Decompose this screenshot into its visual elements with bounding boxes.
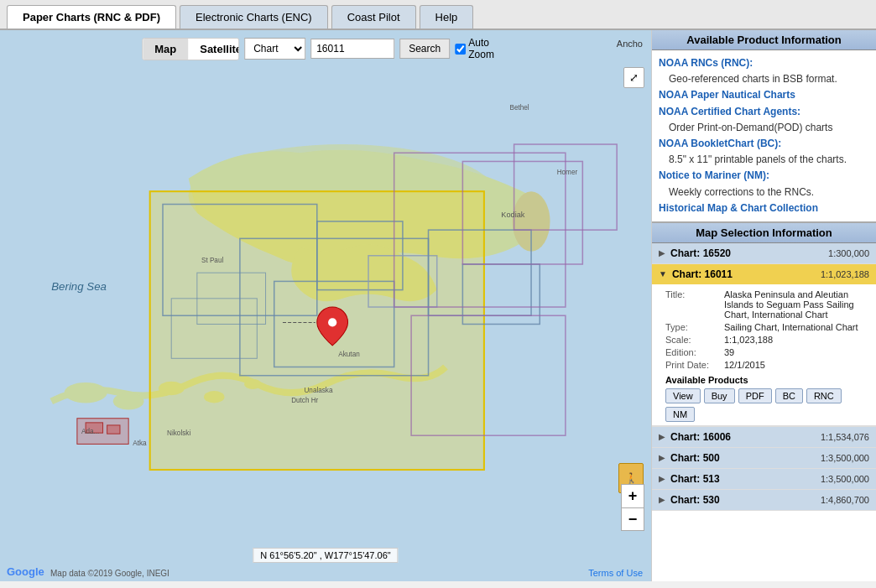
booklet-link[interactable]: NOAA BookletChart (BC): (659, 136, 869, 152)
map-controls: Map Satellite Chart State Region Search … (142, 37, 509, 60)
fullscreen-button[interactable]: ⤢ (623, 67, 644, 88)
chart-list: ▶ Chart: 16520 1:300,000 ▼ Chart: 16011 … (652, 243, 876, 581)
chart-label-513: Chart: 513 (670, 473, 821, 485)
chart-item-16011: ▼ Chart: 16011 1:1,023,188 Title: Alaska… (652, 264, 876, 427)
chart-item-513: ▶ Chart: 513 1:3,500,000 (652, 469, 876, 490)
chart-label-530: Chart: 530 (670, 494, 821, 506)
svg-point-3 (113, 393, 144, 409)
google-logo: Google (7, 565, 44, 578)
historical-link[interactable]: Historical Map & Chart Collection (659, 200, 869, 216)
paper-charts-link[interactable]: NOAA Paper Nautical Charts (659, 87, 869, 103)
map-selection-header: Map Selection Information (652, 223, 876, 243)
nm-link[interactable]: Notice to Mariner (NM): (659, 168, 869, 184)
svg-text:Ada...: Ada... (81, 428, 99, 435)
zoom-in-button[interactable]: + (621, 484, 644, 507)
print-date-label: Print Date: (665, 360, 724, 370)
nm-desc: Weekly corrections to the RNCs. (659, 185, 869, 200)
chart-label-16006: Chart: 16006 (670, 431, 821, 443)
zoom-out-button[interactable]: − (621, 507, 644, 531)
product-bc-btn[interactable]: BC (775, 388, 803, 403)
svg-text:Atka: Atka (133, 440, 147, 447)
rnc-link[interactable]: NOAA RNCs (RNC): (659, 55, 869, 71)
chart-item-500: ▶ Chart: 500 1:3,500,000 (652, 448, 876, 469)
map-data-attribution: Map data ©2019 Google, INEGI (50, 569, 169, 578)
chart-row-530[interactable]: ▶ Chart: 530 1:4,860,700 (652, 490, 876, 510)
svg-text:St Paul: St Paul (201, 257, 223, 264)
booklet-desc: 8.5" x 11" printable panels of the chart… (659, 152, 869, 168)
tab-coast-pilot[interactable]: Coast Pilot (331, 5, 416, 29)
chart-number-input[interactable] (310, 39, 394, 59)
svg-text:Nikolski: Nikolski (167, 429, 190, 437)
chart-title-value: Alaska Peninsula and Aleutian Islands to… (724, 289, 869, 320)
chart-arrow-16520: ▶ (659, 248, 665, 258)
right-panel: Available Product Information NOAA RNCs … (651, 30, 876, 581)
scale-label: Scale: (665, 335, 724, 345)
svg-text:Unalaska: Unalaska (304, 387, 332, 394)
tab-rnc[interactable]: Paper Charts (RNC & PDF) (7, 5, 176, 29)
chart-scale-500: 1:3,500,000 (821, 453, 869, 463)
chart-arrow-530: ▶ (659, 495, 665, 504)
svg-text:Bethel: Bethel (510, 104, 529, 112)
available-product-body: NOAA RNCs (RNC): Geo-referenced charts i… (652, 50, 876, 223)
product-nm-btn[interactable]: NM (665, 407, 695, 422)
cert-agents-link[interactable]: NOAA Certified Chart Agents: (659, 104, 869, 120)
map-toggle-satellite[interactable]: Satellite (188, 39, 239, 60)
chart-type-value: Sailing Chart, International Chart (724, 322, 858, 332)
chart-row-513[interactable]: ▶ Chart: 513 1:3,500,000 (652, 469, 876, 489)
map-satellite-toggle: Map Satellite (142, 38, 239, 60)
coordinates-bar: N 61°56'5.20" , W177°15'47.06" (253, 548, 398, 563)
svg-text:Kodiak: Kodiak (501, 211, 524, 219)
svg-point-2 (65, 382, 107, 403)
available-products-label: Available Products (665, 375, 869, 385)
svg-text:Akutan: Akutan (338, 351, 359, 358)
cert-agents-desc: Order Print-on-Demand(POD) charts (659, 120, 869, 136)
chart-row-500[interactable]: ▶ Chart: 500 1:3,500,000 (652, 448, 876, 468)
product-view-btn[interactable]: View (665, 388, 701, 403)
title-label: Title: (665, 289, 724, 320)
tab-enc[interactable]: Electronic Charts (ENC) (180, 5, 328, 29)
available-product-header: Available Product Information (652, 30, 876, 50)
chart-detail-16011: Title: Alaska Peninsula and Aleutian Isl… (652, 284, 876, 426)
top-nav: Paper Charts (RNC & PDF) Electronic Char… (0, 0, 876, 30)
product-rnc-btn[interactable]: RNC (806, 388, 842, 403)
chart-label-500: Chart: 500 (670, 452, 821, 464)
svg-rect-18 (107, 425, 120, 434)
chart-arrow-16011: ▼ (659, 269, 667, 278)
chart-item-16006: ▶ Chart: 16006 1:1,534,076 (652, 427, 876, 448)
chart-scale-16011: 1:1,023,188 (821, 269, 869, 279)
tab-help[interactable]: Help (420, 5, 474, 29)
map-toggle-map[interactable]: Map (143, 39, 188, 60)
chart-label-16011: Chart: 16011 (672, 268, 821, 280)
map-canvas: Bering Sea St Paul Akutan Unalaska Dutch… (0, 30, 651, 581)
map-area: Bering Sea St Paul Akutan Unalaska Dutch… (0, 30, 651, 581)
product-pdf-btn[interactable]: PDF (738, 388, 772, 403)
chart-item-16520: ▶ Chart: 16520 1:300,000 (652, 243, 876, 264)
chart-row-16006[interactable]: ▶ Chart: 16006 1:1,534,076 (652, 427, 876, 447)
product-buttons: View Buy PDF BC RNC NM (665, 388, 869, 422)
chart-scale-16520: 1:300,000 (828, 248, 869, 258)
chart-type-select[interactable]: Chart State Region (244, 38, 305, 60)
svg-text:Dutch Hr: Dutch Hr (291, 397, 318, 404)
anchor-text: Ancho (617, 39, 643, 49)
edition-label: Edition: (665, 347, 724, 357)
chart-edition-value: 39 (724, 347, 734, 357)
svg-text:Bering Sea: Bering Sea (51, 280, 107, 293)
chart-scale-value: 1:1,023,188 (724, 335, 773, 345)
chart-scale-513: 1:3,500,000 (821, 474, 869, 484)
terms-of-use-link[interactable]: Terms of Use (588, 568, 643, 578)
chart-arrow-500: ▶ (659, 453, 665, 462)
chart-row-16520[interactable]: ▶ Chart: 16520 1:300,000 (652, 243, 876, 263)
chart-row-16011[interactable]: ▼ Chart: 16011 1:1,023,188 (652, 264, 876, 284)
svg-point-37 (328, 318, 336, 326)
product-buy-btn[interactable]: Buy (704, 388, 735, 403)
svg-text:Homer: Homer (557, 169, 578, 176)
main-layout: Bering Sea St Paul Akutan Unalaska Dutch… (0, 30, 876, 581)
auto-zoom-checkbox[interactable] (455, 44, 466, 55)
auto-zoom-label[interactable]: Auto Zoom (455, 37, 509, 60)
type-label: Type: (665, 322, 724, 332)
chart-label-16520: Chart: 16520 (670, 247, 828, 259)
chart-arrow-16006: ▶ (659, 432, 665, 441)
search-button[interactable]: Search (399, 39, 450, 59)
chart-item-530: ▶ Chart: 530 1:4,860,700 (652, 490, 876, 511)
rnc-desc: Geo-referenced charts in BSB format. (659, 71, 869, 87)
